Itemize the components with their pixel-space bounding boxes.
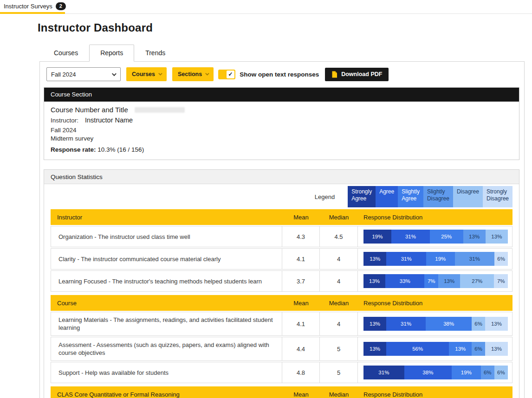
page-title: Instructor Dashboard — [38, 21, 532, 34]
term-select-value: Fall 2024 — [51, 71, 76, 78]
legend-swatch-slightly-disagree: Slightly Disagree — [423, 186, 453, 207]
distribution-cell: 13%31%38%6%13% — [357, 312, 512, 335]
report-controls: Fall 2024 Courses Sections ✓ Show open t… — [46, 67, 520, 81]
legend-swatch-disagree: Disagree — [453, 186, 483, 207]
mean-value: 4.1 — [282, 249, 319, 269]
bar-segment-disagree: 6% — [472, 317, 485, 331]
checkmark-icon: ✓ — [227, 71, 234, 78]
tab-reports[interactable]: Reports — [89, 45, 134, 62]
question-text: Organization - The instructor used class… — [51, 226, 282, 247]
instructor-name: Instructor Name — [85, 116, 133, 124]
course-title: Course Number and Title — [51, 106, 128, 114]
median-value: 4 — [319, 312, 357, 335]
bar-segment-slightly-agree: 19% — [452, 366, 481, 379]
term-text: Fall 2024 — [51, 126, 513, 135]
term-select[interactable]: Fall 2024 — [46, 67, 121, 81]
group-title: Course — [51, 300, 282, 307]
active-tab-underline — [0, 12, 65, 14]
bar-segment-slightly-disagree: 13% — [463, 230, 486, 244]
bar-segment-disagree: 6% — [494, 366, 508, 379]
mean-value: 3.7 — [282, 271, 319, 291]
download-pdf-button[interactable]: Download PDF — [325, 68, 389, 81]
pdf-file-icon — [331, 71, 337, 78]
top-divider — [0, 13, 532, 14]
course-section-card: Course Section Course Number and Title I… — [44, 87, 519, 160]
bar-segment-slightly-agree: 25% — [430, 230, 463, 244]
open-text-toggle-label: Show open text responses — [240, 71, 319, 78]
bar-segment-strongly-agree: 13% — [363, 252, 386, 266]
legend-swatch-strongly-disagree: Strongly Disagree — [483, 186, 513, 207]
tab-trends[interactable]: Trends — [134, 45, 176, 62]
distribution-cell: 13%31%19%31%6% — [357, 249, 512, 269]
legend-swatch-agree: Agree — [376, 186, 398, 207]
group-title: Instructor — [51, 214, 282, 221]
group-band: InstructorMeanMedianResponse Distributio… — [51, 209, 513, 225]
course-section-header: Course Section — [44, 88, 519, 102]
median-value: 4.5 — [319, 226, 357, 247]
bar-segment-slightly-disagree: 6% — [472, 342, 485, 356]
bar-segment-strongly-disagree: 13% — [485, 317, 508, 331]
question-row: Organization - The instructor used class… — [51, 226, 513, 247]
instructor-label: Instructor: — [51, 117, 78, 124]
courses-filter-button[interactable]: Courses — [126, 67, 167, 81]
distribution-bar: 31%38%19%6%6% — [363, 366, 508, 379]
bar-segment-strongly-agree: 13% — [363, 342, 386, 356]
legend-label: Legend — [315, 193, 335, 200]
bar-segment-slightly-agree: 19% — [426, 252, 454, 266]
mean-column-header: Mean — [282, 391, 320, 398]
question-row: Clarity - The instructor communicated co… — [51, 248, 513, 270]
median-value: 4 — [319, 271, 357, 291]
dashboard-tabs: CoursesReportsTrends — [43, 45, 532, 62]
question-row: Learning Materials - The assignments, re… — [51, 312, 513, 336]
bar-segment-strongly-disagree: 7% — [494, 274, 508, 288]
survey-type-text: Midterm survey — [51, 135, 513, 143]
median-column-header: Median — [320, 391, 358, 398]
bar-segment-disagree: 27% — [460, 274, 494, 288]
chevron-down-icon — [205, 71, 209, 75]
distribution-cell: 13%56%13%6%13% — [357, 337, 512, 360]
question-text: Clarity - The instructor communicated co… — [51, 249, 282, 269]
question-row: Learning Focused - The instructor's teac… — [51, 270, 513, 292]
mean-column-header: Mean — [282, 300, 320, 307]
instructor-surveys-tab[interactable]: Instructor Surveys 2 — [0, 0, 71, 12]
open-text-toggle[interactable]: ✓ — [218, 70, 235, 79]
bar-segment-strongly-disagree: 6% — [494, 252, 508, 266]
survey-count-badge: 2 — [56, 2, 66, 10]
distribution-bar: 13%31%19%31%6% — [363, 252, 508, 266]
bar-segment-agree: 31% — [391, 230, 430, 244]
mean-column-header: Mean — [282, 214, 320, 221]
mean-value: 4.1 — [282, 312, 319, 335]
question-text: Learning Focused - The instructor's teac… — [51, 271, 282, 291]
distribution-bar: 13%33%7%13%27%7% — [363, 274, 508, 288]
distribution-cell: 31%38%19%6%6% — [357, 362, 512, 383]
distribution-bar: 19%31%25%13%13% — [363, 230, 508, 244]
bar-segment-slightly-disagree: 13% — [438, 274, 460, 288]
tab-courses[interactable]: Courses — [43, 45, 89, 62]
median-column-header: Median — [320, 214, 358, 221]
bar-segment-strongly-agree: 13% — [363, 317, 386, 331]
sections-filter-button[interactable]: Sections — [172, 67, 214, 81]
question-statistics-content: Legend Strongly AgreeAgreeSlightly Agree… — [44, 186, 519, 398]
sections-filter-label: Sections — [178, 71, 202, 77]
bar-segment-slightly-disagree: 6% — [481, 366, 494, 379]
median-value: 5 — [319, 362, 357, 383]
question-text: Support - Help was available for student… — [51, 362, 282, 383]
question-row: Assessment - Assessments (such as quizze… — [51, 337, 513, 361]
bar-segment-slightly-agree: 7% — [424, 274, 438, 288]
group-band: CLAS Core Quantitative or Formal Reasoni… — [51, 386, 513, 398]
legend-swatches: Strongly AgreeAgreeSlightly AgreeSlightl… — [348, 186, 513, 207]
group-title: CLAS Core Quantitative or Formal Reasoni… — [51, 391, 282, 398]
download-pdf-label: Download PDF — [341, 71, 382, 77]
mean-value: 4.4 — [282, 337, 319, 360]
distribution-cell: 13%33%7%13%27%7% — [357, 271, 512, 291]
bar-segment-strongly-agree: 19% — [363, 230, 391, 244]
question-text: Learning Materials - The assignments, re… — [51, 312, 282, 335]
bar-segment-agree: 33% — [385, 274, 424, 288]
redacted-text — [135, 107, 185, 113]
response-rate-value: 10.3% (16 / 156) — [97, 146, 144, 153]
question-statistics-header: Question Statistics — [44, 170, 519, 184]
distribution-bar: 13%56%13%6%13% — [363, 342, 508, 356]
mean-value: 4.8 — [282, 362, 319, 383]
median-value: 5 — [319, 337, 357, 360]
bar-segment-slightly-disagree: 31% — [455, 252, 495, 266]
